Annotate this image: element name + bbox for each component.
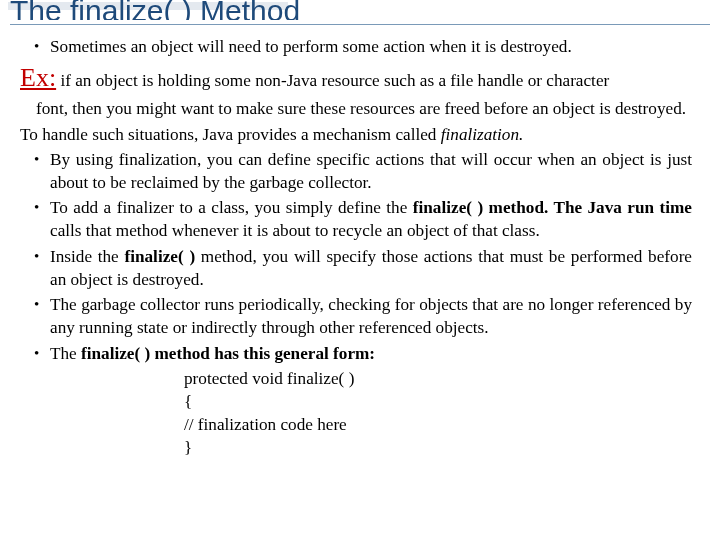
bullet-text: Sometimes an object will need to perform… <box>50 35 692 58</box>
bullet-item: • Sometimes an object will need to perfo… <box>34 35 692 58</box>
b3-bold1: finalize( ) method. The Java run time <box>413 198 692 217</box>
bullet-text: Inside the finalize( ) method, you will … <box>50 245 692 291</box>
code-line-2: { <box>184 390 692 413</box>
example-label: Ex: <box>20 63 56 92</box>
bullet-text: To add a finalizer to a class, you simpl… <box>50 196 692 242</box>
handle-em: finalization. <box>441 125 524 144</box>
title-highlight-bar <box>8 2 288 10</box>
bullet-marker: • <box>34 148 50 194</box>
b6-pre: The <box>50 344 81 363</box>
bullet-text: The garbage collector runs periodically,… <box>50 293 692 339</box>
bullet-marker: • <box>34 35 50 58</box>
code-line-1: protected void finalize( ) <box>184 367 692 390</box>
code-line-3: // finalization code here <box>184 413 692 436</box>
bullet-marker: • <box>34 245 50 291</box>
bullet-marker: • <box>34 196 50 242</box>
bullet-item: • To add a finalizer to a class, you sim… <box>34 196 692 242</box>
b3-pre: To add a finalizer to a class, you simpl… <box>50 198 413 217</box>
b4-pre: Inside the <box>50 247 124 266</box>
bullet-item: • The finalize( ) method has this genera… <box>34 342 692 365</box>
example-line: Ex: if an object is holding some non-Jav… <box>20 60 692 95</box>
example-continuation: font, then you might want to make sure t… <box>36 97 692 120</box>
bullet-item: • Inside the finalize( ) method, you wil… <box>34 245 692 291</box>
code-line-4: } <box>184 436 692 459</box>
title-divider <box>10 24 710 25</box>
bullet-text: The finalize( ) method has this general … <box>50 342 692 365</box>
bullet-item: • By using finalization, you can define … <box>34 148 692 194</box>
example-tail: if an object is holding some non-Java re… <box>56 71 609 90</box>
handle-pre: To handle such situations, Java provides… <box>20 125 441 144</box>
b4-bold: finalize( ) <box>124 247 195 266</box>
b6-bold: finalize( ) method has this general form… <box>81 344 375 363</box>
bullet-item: • The garbage collector runs periodicall… <box>34 293 692 339</box>
code-block: protected void finalize( ) { // finaliza… <box>184 367 692 460</box>
b3-post: calls that method whenever it is about t… <box>50 221 540 240</box>
bullet-text: By using finalization, you can define sp… <box>50 148 692 194</box>
sub-line: To handle such situations, Java provides… <box>20 123 692 146</box>
bullet-marker: • <box>34 293 50 339</box>
bullet-marker: • <box>34 342 50 365</box>
slide-title: The finalize( ) Method <box>0 0 720 20</box>
slide-body: • Sometimes an object will need to perfo… <box>0 35 720 460</box>
